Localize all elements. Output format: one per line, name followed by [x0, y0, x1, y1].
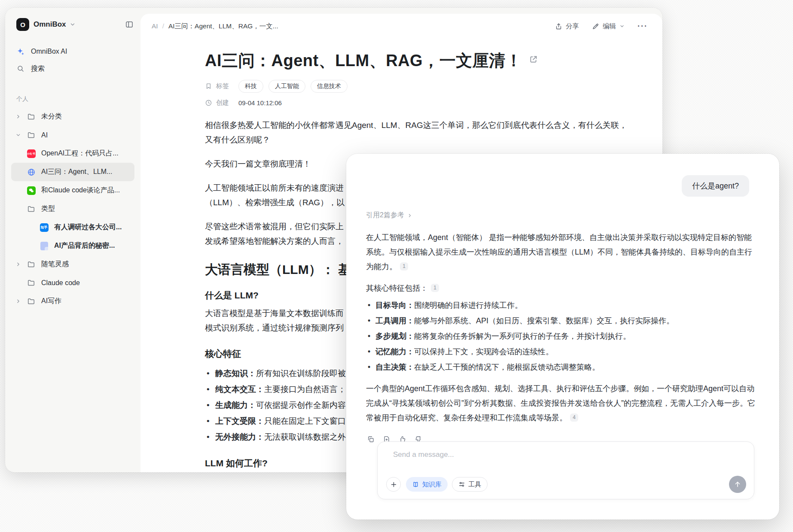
copy-icon[interactable] — [366, 435, 375, 444]
created-value: 09-04 10:12:06 — [238, 99, 282, 106]
sidebar-item-ai-writing-folder[interactable]: AI写作 — [11, 292, 134, 310]
globe-icon — [27, 168, 36, 176]
sidebar-item-uncategorized[interactable]: 未分类 — [11, 107, 134, 126]
sliders-icon — [458, 481, 465, 488]
workspace-header: O OmniBox — [11, 17, 134, 32]
tag-pill[interactable]: 信息技术 — [311, 80, 348, 93]
assistant-bullet: 多步规划：能将复杂的任务拆解为一系列可执行的子任务，并按计划执行。 — [366, 329, 755, 344]
folder-icon — [27, 131, 36, 139]
sidebar-item-search[interactable]: 搜索 — [11, 60, 134, 77]
breadcrumb-parent[interactable]: AI — [152, 22, 158, 30]
assistant-paragraph: 其核心特征包括：1 — [366, 281, 755, 295]
tools-button[interactable]: 工具 — [452, 477, 488, 492]
book-icon — [412, 481, 419, 488]
assistant-bullet: 工具调用：能够与外部系统、API（如日历、搜索引擎、数据库）交互，执行实际操作。 — [366, 313, 755, 328]
send-button[interactable] — [729, 476, 746, 493]
workspace-logo[interactable]: O — [16, 18, 29, 31]
citation-badge[interactable]: 4 — [570, 413, 578, 422]
wechat-icon — [27, 186, 36, 195]
xiaohongshu-icon: 小红书 — [27, 149, 36, 158]
message-composer: 知识库 工具 — [377, 441, 754, 499]
sidebar-item-claude-chat-note[interactable]: 和Claude code谈论产品... — [11, 181, 134, 200]
external-link-icon[interactable] — [529, 55, 538, 64]
breadcrumb-separator: / — [162, 22, 164, 30]
sidebar: O OmniBox OmniBox AI — [5, 8, 140, 472]
sidebar-item-survey-note[interactable]: 知乎 有人调研过各大公司... — [11, 218, 134, 237]
folder-icon — [27, 297, 36, 305]
chevron-down-icon[interactable] — [70, 21, 76, 27]
folder-icon — [27, 279, 36, 287]
folder-icon — [27, 260, 36, 268]
assistant-paragraph: 在人工智能领域，Agent（智能体） 是指一种能够感知外部环境、自主做出决策并采… — [366, 230, 755, 274]
chevron-right-icon[interactable] — [15, 298, 27, 304]
page-title: AI三问：Agent、LLM、RAG，一文厘清！ — [205, 51, 522, 71]
assistant-bullet: 记忆能力：可以保持上下文，实现跨会话的连续性。 — [366, 344, 755, 359]
sidebar-item-ai-folder[interactable]: AI — [11, 126, 134, 144]
ai-chat-window: 什么是agent? 引用2篇参考 在人工智能领域，Agent（智能体） 是指一种… — [346, 154, 779, 520]
sidebar-item-ai-product-note[interactable]: AI产品背后的秘密... — [11, 237, 134, 255]
message-input[interactable] — [386, 450, 738, 469]
created-label: 创建 — [216, 99, 229, 107]
sidebar-item-omnibox-ai[interactable]: OmniBox AI — [11, 43, 134, 60]
edit-button[interactable]: 编辑 — [592, 22, 625, 31]
breadcrumb: AI / AI三问：Agent、LLM、RAG，一文... — [152, 22, 278, 31]
chevron-down-icon[interactable] — [15, 132, 27, 138]
page-icon — [40, 242, 49, 250]
sidebar-item-label: 搜索 — [31, 64, 45, 73]
tags-label: 标签 — [216, 82, 229, 90]
chevron-right-icon[interactable] — [15, 261, 27, 267]
share-button[interactable]: 分享 — [555, 22, 579, 31]
assistant-bullet-list: 目标导向：围绕明确的目标进行持续工作。 工具调用：能够与外部系统、API（如日历… — [366, 298, 755, 374]
sidebar-item-label: OmniBox AI — [31, 48, 67, 55]
knowledge-base-button[interactable]: 知识库 — [406, 477, 448, 492]
tag-pill[interactable]: 人工智能 — [268, 80, 305, 93]
sidebar-toggle-icon[interactable] — [124, 19, 134, 30]
workspace-name[interactable]: OmniBox — [34, 20, 66, 29]
share-icon — [555, 23, 562, 30]
tags-row: 标签 科技 人工智能 信息技术 — [205, 80, 630, 93]
sidebar-item-ai-three-questions[interactable]: AI三问：Agent、LLM... — [11, 163, 134, 181]
folder-icon — [27, 205, 36, 213]
sidebar-item-type-folder[interactable]: 类型 — [11, 200, 134, 218]
sidebar-tree: 未分类 AI 小红书 OpenAI工程：代码只占... — [11, 107, 134, 310]
sidebar-item-openai-note[interactable]: 小红书 OpenAI工程：代码只占... — [11, 144, 134, 163]
chevron-right-icon — [407, 213, 412, 218]
tag-pill[interactable]: 科技 — [238, 80, 263, 93]
sidebar-item-claude-code-folder[interactable]: Claude code — [11, 274, 134, 292]
pencil-icon — [592, 23, 599, 30]
assistant-bullet: 目标导向：围绕明确的目标进行持续工作。 — [366, 298, 755, 313]
chevron-down-icon — [619, 24, 625, 29]
search-icon — [16, 65, 25, 73]
chevron-right-icon[interactable] — [15, 114, 27, 119]
attach-button[interactable] — [386, 477, 401, 492]
citation-badge[interactable]: 1 — [431, 284, 439, 292]
document-header: AI / AI三问：Agent、LLM、RAG，一文... 分享 编辑 — [140, 14, 662, 39]
user-message-bubble: 什么是agent? — [682, 175, 749, 197]
sidebar-item-essays-folder[interactable]: 随笔灵感 — [11, 255, 134, 274]
sidebar-section-label: 个人 — [11, 94, 134, 105]
created-row: 创建 09-04 10:12:06 — [205, 99, 630, 107]
desktop-background: O OmniBox OmniBox AI — [0, 0, 793, 532]
assistant-bullet: 自主决策：在缺乏人工干预的情况下，能根据反馈动态调整策略。 — [366, 360, 755, 374]
doc-paragraph: 相信很多热爱人工智能的小伙伴都常遇见Agent、LLM、RAG这三个单词，那么它… — [205, 118, 630, 147]
zhihu-icon: 知乎 — [40, 223, 49, 232]
folder-icon — [27, 112, 36, 121]
breadcrumb-current[interactable]: AI三问：Agent、LLM、RAG，一文... — [168, 22, 278, 31]
clock-icon — [205, 99, 212, 106]
assistant-paragraph: 一个典型的Agent工作循环包含感知、规划、选择工具、执行和评估五个步骤。例如，… — [366, 381, 755, 425]
citations-link[interactable]: 引用2篇参考 — [366, 211, 755, 220]
sparkle-icon — [16, 48, 25, 56]
bookmark-icon — [205, 82, 212, 90]
citation-badge[interactable]: 1 — [400, 262, 408, 271]
more-options-button[interactable]: ··· — [637, 22, 648, 31]
